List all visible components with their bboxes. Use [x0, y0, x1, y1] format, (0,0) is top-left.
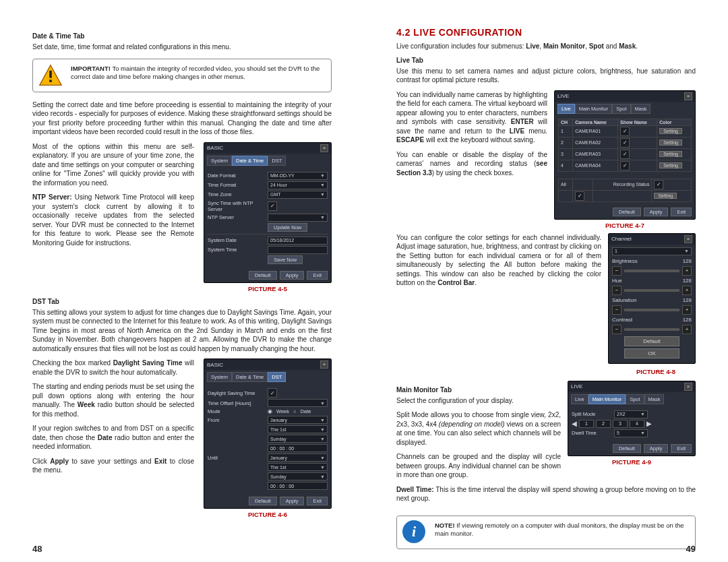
date-radio[interactable]: ○: [293, 408, 297, 414]
close-icon[interactable]: ×: [684, 383, 692, 391]
para: Setting the correct date and time before…: [32, 100, 332, 137]
table-row: 4CAMERA04✓Setting: [559, 160, 692, 171]
note-text: If viewing remotely on a computer with d…: [435, 522, 684, 538]
ntp-server-select[interactable]: ▼: [268, 214, 328, 222]
close-icon[interactable]: ×: [320, 361, 328, 369]
table-row: 3CAMERA03✓Setting: [559, 148, 692, 160]
table-row: 2CAMERA02✓Setting: [559, 137, 692, 148]
ok-button[interactable]: OK: [624, 348, 679, 358]
system-time-field[interactable]: [268, 246, 328, 254]
para: Most of the options within this menu are…: [32, 142, 194, 188]
tab-main-monitor[interactable]: Main Monitor: [575, 104, 612, 114]
caption-4-9: PICTURE 4-9: [568, 458, 696, 466]
dst-checkbox[interactable]: ✓: [268, 388, 277, 398]
prev-icon[interactable]: ◀: [572, 420, 577, 427]
tab-system[interactable]: System: [207, 156, 232, 166]
tab-dst[interactable]: DST: [268, 156, 286, 166]
screenshot-basic-datetime: BASIC× System Date & Time DST Date Forma…: [204, 142, 332, 283]
para: Dwell Time: This is the time interval th…: [396, 485, 696, 503]
date-format-select[interactable]: MM-DD-YY▼: [268, 172, 328, 180]
next-icon[interactable]: ▶: [646, 420, 652, 427]
default-button[interactable]: Default: [624, 336, 679, 346]
heading-live-config: 4.2 LIVE CONFIGURATION: [396, 27, 696, 38]
screenshot-main-monitor: LIVE× Live Main Monitor Spot Mask Split …: [568, 381, 696, 456]
caption-4-7: PICTURE 4-7: [554, 222, 696, 229]
apply-button[interactable]: Apply: [644, 208, 669, 216]
save-now-button[interactable]: Save Now: [268, 255, 303, 264]
para: Set date, time, time format and related …: [32, 42, 332, 52]
exit-button[interactable]: Exit: [671, 208, 692, 216]
tab-date-time[interactable]: Date & Time: [232, 372, 268, 382]
para: The starting and ending periods must be …: [32, 382, 194, 418]
default-button[interactable]: Default: [613, 208, 641, 216]
para: This setting allows your system to adjus…: [32, 308, 332, 354]
plus-button[interactable]: +: [682, 266, 692, 276]
caption-4-8: PICTURE 4-8: [396, 368, 675, 375]
screenshot-channel: Channel× 1▼ Brightness128 −+ Hue128 −+ S…: [608, 233, 696, 364]
default-button[interactable]: Default: [249, 497, 277, 505]
default-button[interactable]: Default: [249, 271, 277, 280]
tab-dst[interactable]: DST: [268, 372, 286, 382]
screenshot-live: LIVE× Live Main Monitor Spot Mask CHCame…: [554, 90, 696, 220]
apply-button[interactable]: Apply: [280, 497, 305, 505]
exit-button[interactable]: Exit: [307, 271, 328, 280]
channel-select[interactable]: 1▼: [612, 247, 692, 255]
close-icon[interactable]: ×: [684, 235, 692, 243]
apply-button[interactable]: Apply: [280, 271, 305, 280]
time-zone-select[interactable]: GMT▼: [268, 191, 328, 199]
svg-rect-2: [49, 80, 52, 82]
page-48: Date & Time Tab Set date, time, time for…: [0, 0, 364, 562]
note-label: NOTE!: [435, 522, 455, 529]
svg-rect-1: [49, 70, 52, 77]
table-row: 1CAMERA01✓Setting: [559, 125, 692, 137]
para: Checking the box marked Daylight Saving …: [32, 358, 194, 377]
dwell-time-select[interactable]: 5▼: [614, 429, 648, 437]
para: Click Apply to save your settings and Ex…: [32, 457, 194, 475]
system-date-field[interactable]: 05/18/2012: [268, 237, 328, 245]
page-49: 4.2 LIVE CONFIGURATION Live configuratio…: [364, 0, 728, 562]
tab-live[interactable]: Live: [557, 104, 575, 114]
caption-4-6: PICTURE 4-6: [204, 511, 332, 518]
exit-button[interactable]: Exit: [307, 497, 328, 505]
caption-4-5: PICTURE 4-5: [204, 285, 332, 292]
tab-mask[interactable]: Mask: [631, 104, 651, 114]
heading-date-time: Date & Time Tab: [32, 32, 332, 40]
week-radio[interactable]: ◉: [268, 408, 272, 414]
time-offset-select[interactable]: ▼: [268, 399, 328, 407]
para: Live configuration includes four submenu…: [396, 42, 696, 51]
minus-button[interactable]: −: [612, 266, 621, 276]
callout-important: IMPORTANT! To maintain the integrity of …: [32, 59, 332, 92]
page-number: 49: [686, 544, 696, 554]
time-format-select[interactable]: 24 Hour▼: [268, 181, 328, 189]
tab-system[interactable]: System: [207, 372, 232, 382]
tab-spot[interactable]: Spot: [612, 104, 630, 114]
important-label: IMPORTANT!: [71, 65, 111, 72]
close-icon[interactable]: ×: [320, 144, 328, 152]
heading-dst: DST Tab: [32, 298, 332, 305]
para: Use this menu to set camera names and ad…: [396, 67, 696, 85]
ntp-sync-checkbox[interactable]: ✓: [268, 201, 277, 211]
update-now-button[interactable]: Update Now: [268, 223, 307, 232]
camera-table: CHCamera NameShow NameColor 1CAMERA01✓Se…: [558, 119, 692, 172]
split-mode-select[interactable]: 2X2▼: [614, 410, 648, 418]
setting-button[interactable]: Setting: [659, 128, 682, 134]
close-icon[interactable]: ×: [684, 92, 692, 100]
tab-date-time[interactable]: Date & Time: [232, 156, 268, 166]
screenshot-basic-dst: BASIC× System Date & Time DST Daylight S…: [204, 358, 332, 509]
callout-note: i NOTE! If viewing remotely on a compute…: [396, 516, 696, 549]
page-number: 48: [32, 544, 42, 554]
para-ntp: NTP Server: Using Network Time Protocol …: [32, 193, 194, 247]
warning-icon: [38, 63, 63, 88]
heading-live-tab: Live Tab: [396, 57, 696, 64]
info-icon: i: [402, 520, 427, 544]
para: If your region switches to and from DST …: [32, 424, 194, 451]
